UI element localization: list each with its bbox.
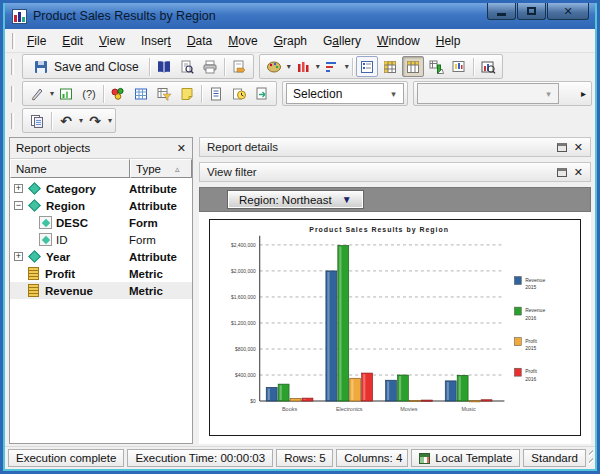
grid-icon [133,86,149,102]
design-view-button[interactable] [356,56,378,77]
report-objects-close-icon[interactable]: ✕ [177,142,186,155]
tree-row-profit[interactable]: ProfitMetric [10,265,192,282]
undo-button[interactable]: ↶ [55,110,77,131]
chart-container[interactable]: Product Sales Results by Region$0$400,00… [209,219,581,436]
view-filter-button[interactable] [153,83,175,104]
tree-expander-icon[interactable]: + [14,184,23,193]
form-icon [39,216,52,229]
toolbar-grip[interactable] [11,59,14,75]
region-filter-dropdown[interactable]: Region: Northeast ▼ [228,191,363,208]
resize-grip[interactable] [589,449,593,467]
print-preview-button[interactable] [176,56,198,77]
legend-swatch [514,338,521,346]
bar-chart-icon [295,59,311,75]
tree-expander-icon[interactable]: + [14,252,23,261]
selection-combo-caret-icon[interactable]: ▾ [386,89,401,99]
sql-view-icon [451,59,467,75]
y-tick-label: $1,200,000 [231,320,256,326]
selection-combobox[interactable]: Selection ▾ [286,83,404,104]
palette-caret-icon[interactable]: ▾ [287,63,291,71]
bar [481,400,492,401]
title-bar: Product Sales Results by Region ✕ [5,3,595,29]
tree-row-category[interactable]: +CategoryAttribute [10,180,192,197]
y-tick-label: $400,000 [235,372,256,378]
template-icon [419,453,430,464]
graph-view-button[interactable] [402,56,424,77]
send-to-button[interactable] [228,56,250,77]
graph-type-button[interactable] [292,56,314,77]
undo-caret-icon[interactable]: ▾ [79,117,83,125]
drilling-button[interactable] [107,83,129,104]
toolbar-grip[interactable] [11,113,14,129]
grid-options-button[interactable] [130,83,152,104]
page-hand-icon [231,59,247,75]
grid-view-button[interactable] [379,56,401,77]
app-window: Product Sales Results by Region ✕ FileEd… [0,0,600,474]
copy-button[interactable] [26,110,48,131]
tree-row-revenue[interactable]: RevenueMetric [10,282,192,299]
menu-file[interactable]: File [20,31,53,51]
insert-metric-button[interactable] [55,83,77,104]
graph-magnifier-icon [480,59,496,75]
toolbar-grip[interactable] [12,33,15,49]
graph-type-caret-icon[interactable]: ▾ [316,63,320,71]
object-tree: +CategoryAttribute−RegionAttributeDESCFo… [10,178,192,443]
view-filter-restore-icon[interactable] [557,168,567,177]
toolbar-overflow-icon[interactable]: ▸ [581,88,588,99]
menu-insert[interactable]: Insert [134,31,178,51]
menu-move[interactable]: Move [221,31,264,51]
page-setup-button[interactable] [153,56,175,77]
graph-view-area: Product Sales Results by Region$0$400,00… [199,212,591,444]
export-button[interactable] [251,83,273,104]
tree-row-year[interactable]: +YearAttribute [10,248,192,265]
legend-label: Revenue [525,307,545,313]
status-rows: Rows: 5 [276,449,333,467]
tree-expander-icon[interactable]: − [14,201,23,210]
maximize-button[interactable] [517,3,546,20]
report-details-restore-icon[interactable] [557,143,567,152]
x-category-label: Electronics [336,406,363,412]
metric-icon [28,267,39,280]
menu-graph[interactable]: Graph [267,31,314,51]
tree-row-desc[interactable]: DESCForm [10,214,192,231]
column-header-name[interactable]: Name [10,159,130,178]
format-knife-icon [29,86,45,102]
print-button[interactable] [199,56,221,77]
graph-gallery-button[interactable] [477,56,499,77]
menu-edit[interactable]: Edit [55,31,90,51]
toolbar-edit: ↶ ▾ ↷ ▾ [5,107,595,134]
menu-view[interactable]: View [92,31,132,51]
view-filter-close-icon[interactable]: ✕ [574,166,583,179]
report-details-close-icon[interactable]: ✕ [574,141,583,154]
formatting-palette-button[interactable] [263,56,285,77]
legend-swatch [514,368,521,376]
sorting-caret-icon[interactable]: ▾ [345,63,349,71]
minimize-button[interactable] [487,3,516,20]
toolbar-grip[interactable] [11,86,14,102]
tree-row-region[interactable]: −RegionAttribute [10,197,192,214]
menu-bar: FileEditViewInsertDataMoveGraphGalleryWi… [5,29,595,53]
secondary-combo-caret-icon: ▾ [541,89,556,99]
menu-window[interactable]: Window [370,31,427,51]
column-header-type[interactable]: Type▵ [130,159,192,178]
history-button[interactable] [228,83,250,104]
redo-button[interactable]: ↷ [84,110,106,131]
help-button[interactable]: (?) [78,83,100,104]
object-type: Metric [129,268,192,280]
tree-row-id[interactable]: IDForm [10,231,192,248]
notes-button[interactable] [176,83,198,104]
grid-graph-view-button[interactable] [425,56,447,77]
minimize-icon [497,13,506,16]
report-details-button[interactable] [205,83,227,104]
sql-view-button[interactable] [448,56,470,77]
menu-gallery[interactable]: Gallery [316,31,368,51]
close-button[interactable]: ✕ [547,3,589,20]
format-painter-caret-icon[interactable]: ▾ [50,90,54,98]
menu-data[interactable]: Data [180,31,219,51]
format-painter-button[interactable] [26,83,48,104]
window-title: Product Sales Results by Region [33,9,216,23]
sorting-button[interactable] [321,56,343,77]
save-and-close-button[interactable]: Save and Close [26,56,146,77]
menu-help[interactable]: Help [429,31,468,51]
redo-caret-icon[interactable]: ▾ [108,117,112,125]
